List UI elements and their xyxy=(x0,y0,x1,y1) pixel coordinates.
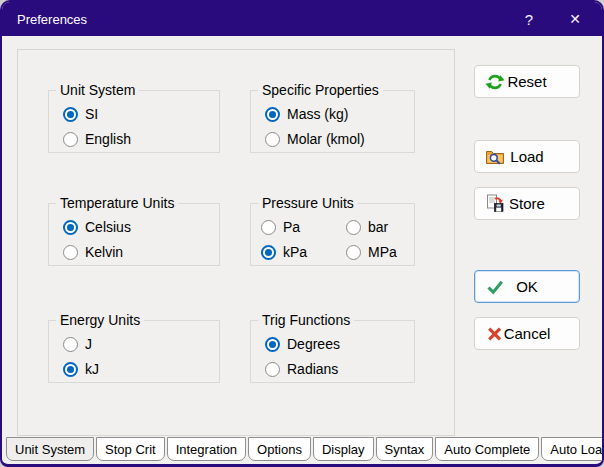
radio-kelvin[interactable]: Kelvin xyxy=(63,243,219,261)
cancel-button[interactable]: Cancel xyxy=(474,317,580,350)
tab-label: Integration xyxy=(176,442,237,457)
radio-english[interactable]: English xyxy=(63,130,219,148)
radio-circle xyxy=(63,337,78,352)
radio-label: English xyxy=(85,131,131,147)
save-disk-icon xyxy=(485,194,505,214)
radio-circle xyxy=(63,132,78,147)
group-options: Pa bar kPa MPa xyxy=(251,204,414,261)
radio-molar-kmol[interactable]: Molar (kmol) xyxy=(265,130,414,148)
tab-auto-load[interactable]: Auto Load xyxy=(541,437,604,461)
radio-label: Kelvin xyxy=(85,244,123,260)
tab-label: Auto Load xyxy=(550,442,604,457)
radio-mass-kg[interactable]: Mass (kg) xyxy=(265,105,414,123)
button-label: Load xyxy=(510,148,543,165)
ok-button[interactable]: OK xyxy=(474,270,580,303)
radio-degrees[interactable]: Degrees xyxy=(265,335,414,353)
help-button[interactable]: ? xyxy=(506,2,552,36)
radio-circle xyxy=(346,220,361,235)
radio-kpa[interactable]: kPa xyxy=(261,243,339,261)
tab-integration[interactable]: Integration xyxy=(167,437,246,461)
radio-label: Molar (kmol) xyxy=(287,131,365,147)
tab-syntax[interactable]: Syntax xyxy=(376,437,434,461)
radio-celsius[interactable]: Celsius xyxy=(63,218,219,236)
group-options: Mass (kg) Molar (kmol) xyxy=(251,91,414,148)
group-trig-functions: Trig Functions Degrees Radians xyxy=(250,320,415,383)
radio-label: SI xyxy=(85,106,98,122)
group-energy-units: Energy Units J kJ xyxy=(48,320,220,383)
radio-label: J xyxy=(85,336,92,352)
radio-label: Pa xyxy=(283,219,300,235)
radio-kj[interactable]: kJ xyxy=(63,360,219,378)
group-label: Energy Units xyxy=(56,312,144,329)
group-options: J kJ xyxy=(49,321,219,378)
tab-display[interactable]: Display xyxy=(313,437,374,461)
radio-label: kJ xyxy=(85,361,99,377)
radio-circle xyxy=(63,245,78,260)
radio-label: Degrees xyxy=(287,336,340,352)
refresh-icon xyxy=(485,72,505,92)
preferences-dialog: Preferences ? ✕ Unit System SI English xyxy=(0,0,604,467)
group-unit-system: Unit System SI English xyxy=(48,90,220,153)
radio-j[interactable]: J xyxy=(63,335,219,353)
button-label: OK xyxy=(516,278,538,295)
window-title: Preferences xyxy=(2,12,87,27)
tab-label: Syntax xyxy=(385,442,425,457)
radio-circle xyxy=(265,337,280,352)
group-label: Trig Functions xyxy=(258,312,354,329)
group-label: Temperature Units xyxy=(56,195,178,212)
group-pressure-units: Pressure Units Pa bar kPa MPa xyxy=(250,203,415,266)
radio-label: Mass (kg) xyxy=(287,106,348,122)
store-button[interactable]: Store xyxy=(474,187,580,220)
tab-stop-crit[interactable]: Stop Crit xyxy=(96,437,165,461)
tab-label: Options xyxy=(257,442,302,457)
group-temperature-units: Temperature Units Celsius Kelvin xyxy=(48,203,220,266)
folder-search-icon xyxy=(485,147,505,167)
radio-circle xyxy=(63,220,78,235)
group-label: Unit System xyxy=(56,82,139,99)
cross-icon xyxy=(485,324,505,344)
radio-circle xyxy=(265,362,280,377)
reset-button[interactable]: Reset xyxy=(474,65,580,98)
radio-label: kPa xyxy=(283,244,307,260)
title-bar: Preferences ? ✕ xyxy=(2,2,602,36)
radio-circle xyxy=(63,107,78,122)
button-label: Reset xyxy=(507,73,546,90)
radio-circle xyxy=(265,132,280,147)
radio-label: MPa xyxy=(368,244,397,260)
tab-unit-system[interactable]: Unit System xyxy=(6,437,94,461)
dialog-body: Unit System SI English Specific Properti… xyxy=(2,36,602,464)
tab-label: Stop Crit xyxy=(105,442,156,457)
radio-si[interactable]: SI xyxy=(63,105,219,123)
group-options: SI English xyxy=(49,91,219,148)
radio-label: Celsius xyxy=(85,219,131,235)
group-options: Celsius Kelvin xyxy=(49,204,219,261)
radio-circle xyxy=(261,220,276,235)
tab-label: Auto Complete xyxy=(444,442,530,457)
load-button[interactable]: Load xyxy=(474,140,580,173)
group-label: Pressure Units xyxy=(258,195,358,212)
radio-radians[interactable]: Radians xyxy=(265,360,414,378)
bottom-tab-bar: Unit System Stop Crit Integration Option… xyxy=(6,437,599,461)
group-label: Specific Properties xyxy=(258,82,383,99)
group-options: Degrees Radians xyxy=(251,321,414,378)
radio-circle xyxy=(63,362,78,377)
tab-label: Unit System xyxy=(15,442,85,457)
radio-circle xyxy=(265,107,280,122)
radio-label: Radians xyxy=(287,361,338,377)
radio-circle xyxy=(261,245,276,260)
radio-mpa[interactable]: MPa xyxy=(346,243,414,261)
button-label: Store xyxy=(509,195,545,212)
radio-pa[interactable]: Pa xyxy=(261,218,339,236)
tab-label: Display xyxy=(322,442,365,457)
close-button[interactable]: ✕ xyxy=(552,2,598,36)
check-icon xyxy=(485,277,505,297)
tab-options[interactable]: Options xyxy=(248,437,311,461)
button-label: Cancel xyxy=(504,325,551,342)
radio-bar[interactable]: bar xyxy=(346,218,414,236)
radio-label: bar xyxy=(368,219,388,235)
radio-circle xyxy=(346,245,361,260)
tab-auto-complete[interactable]: Auto Complete xyxy=(435,437,539,461)
group-specific-properties: Specific Properties Mass (kg) Molar (kmo… xyxy=(250,90,415,153)
